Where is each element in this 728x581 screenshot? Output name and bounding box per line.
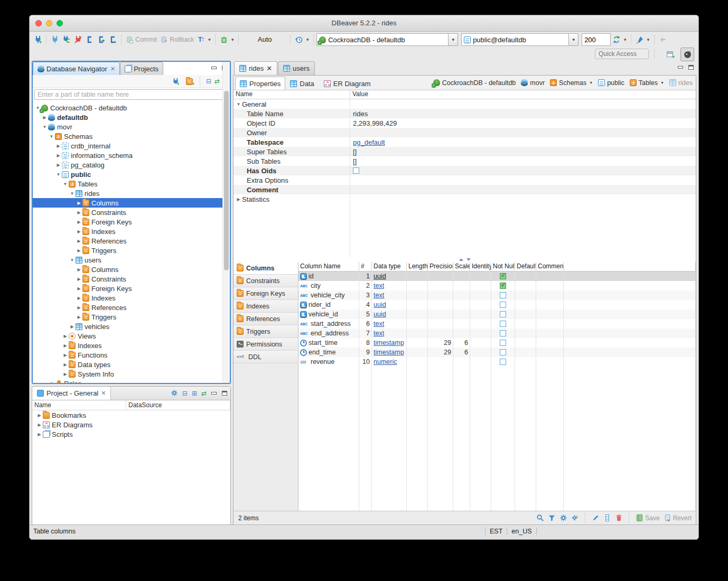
project-item-scripts[interactable]: ▶Scripts	[32, 429, 230, 439]
view-settings-button[interactable]	[571, 514, 579, 522]
expand-all-button[interactable]: ⊞	[192, 390, 197, 397]
new-connection-toolbar-button[interactable]: +	[170, 75, 181, 88]
expander-icon[interactable]: ▼	[55, 172, 62, 177]
debug-button[interactable]: ▼	[218, 33, 236, 46]
tree-item-references[interactable]: ▶References	[33, 303, 230, 312]
side-tab-foreign-keys[interactable]: Foreign Keys	[234, 287, 298, 300]
project-item-bookmarks[interactable]: ▶Bookmarks	[32, 410, 230, 420]
sash-up-icon[interactable]	[459, 258, 463, 261]
column-header-scale[interactable]: Scale	[453, 262, 470, 271]
back-button[interactable]	[657, 33, 669, 46]
dropdown-caret-icon[interactable]: ▼	[660, 81, 664, 85]
dbeaver-perspective-button[interactable]	[680, 48, 694, 61]
side-tab-references[interactable]: References	[234, 313, 298, 325]
tab-database-navigator[interactable]: Database Navigator ✕	[33, 62, 120, 75]
column-row-start-time[interactable]: start_time8timestamp296	[298, 338, 696, 348]
properties-header-name[interactable]: Name	[234, 90, 350, 99]
column-header-datasource[interactable]: DataSource	[126, 400, 230, 410]
transaction-mode-button[interactable]: T ▼	[195, 33, 213, 46]
tree-item-vehicles[interactable]: ▶vehicles	[33, 322, 230, 331]
new-sql-editor-button[interactable]: +	[107, 33, 119, 46]
not-null-checkbox[interactable]	[500, 273, 506, 279]
properties-header-value[interactable]: Value	[350, 90, 696, 99]
format-button[interactable]: ▼	[634, 33, 652, 46]
not-null-checkbox[interactable]	[500, 311, 506, 317]
dropdown-caret-icon[interactable]: ▼	[589, 81, 593, 85]
tab-project-general[interactable]: Project - General ✕	[32, 387, 111, 400]
tree-item-rides[interactable]: ▼rides	[33, 189, 230, 198]
expander-icon[interactable]: ▶	[76, 315, 82, 320]
tree-item-foreign-keys[interactable]: ▶Foreign Keys	[33, 284, 230, 293]
column-row-revenue[interactable]: 123revenue10numeric	[298, 357, 696, 367]
expander-icon[interactable]: ▼	[41, 125, 48, 129]
tree-item-constraints[interactable]: ▶Constraints	[33, 274, 230, 284]
reconnect-button[interactable]	[61, 33, 72, 46]
search-button[interactable]	[536, 514, 544, 522]
data-type-link[interactable]: uuid	[374, 311, 386, 318]
rollback-button[interactable]: Rollback	[158, 33, 195, 46]
column-row-start-address[interactable]: ABCstart_address6text	[298, 319, 696, 329]
column-header-column-name[interactable]: Column Name	[298, 262, 359, 271]
expander-icon[interactable]: ▶	[76, 267, 82, 272]
editor-tab-rides[interactable]: rides✕	[234, 61, 277, 75]
not-null-checkbox[interactable]	[500, 330, 506, 336]
expander-icon[interactable]: ▶	[62, 334, 69, 339]
collapse-all-button[interactable]: ⊟	[206, 78, 211, 85]
refresh-button[interactable]: ▼	[611, 33, 629, 46]
side-tab-constraints[interactable]: Constraints	[234, 275, 298, 287]
not-null-checkbox[interactable]	[500, 359, 506, 365]
expander-icon[interactable]: ▶	[55, 153, 62, 158]
schema-selector[interactable]: public@defaultdb ▼	[461, 33, 578, 46]
property-checkbox[interactable]	[353, 167, 359, 174]
column-header-precision[interactable]: Precision	[428, 262, 453, 271]
tree-item-constraints[interactable]: ▶Constraints	[33, 208, 230, 217]
tree-item-pg-catalog[interactable]: ▶pg_catalog	[33, 160, 230, 170]
tree-item-columns[interactable]: ▶Columns	[33, 265, 230, 274]
expander-icon[interactable]: ▼	[235, 102, 242, 107]
close-icon[interactable]: ✕	[266, 64, 272, 72]
edit-button[interactable]	[592, 514, 600, 522]
quick-access-input[interactable]	[595, 49, 649, 59]
configure-button[interactable]	[559, 514, 567, 522]
tree-item-indexes[interactable]: ▶Indexes	[33, 341, 230, 350]
not-null-checkbox[interactable]	[500, 292, 506, 298]
expander-icon[interactable]: ▶	[76, 220, 82, 224]
expander-icon[interactable]: ▶	[41, 115, 48, 120]
expander-icon[interactable]: ▼	[69, 258, 76, 263]
expander-icon[interactable]: ▶	[76, 286, 82, 291]
scrollbar-thumb[interactable]	[224, 91, 229, 270]
add-column-button[interactable]	[603, 514, 611, 522]
expander-icon[interactable]: ▼	[62, 182, 69, 186]
property-row-comment[interactable]: Comment	[234, 185, 696, 194]
splitter-sash[interactable]	[234, 257, 696, 262]
property-row-object-id[interactable]: Object ID2,293,998,429	[234, 118, 696, 128]
tree-item-triggers[interactable]: ▶Triggers	[33, 246, 230, 255]
tree-item-cockroachdb-defaultdb[interactable]: ▼CockroachDB - defaultdb	[33, 103, 230, 113]
zoom-window-button[interactable]	[57, 20, 63, 26]
expander-icon[interactable]: ▶	[76, 296, 82, 301]
expander-icon[interactable]: ▶	[36, 432, 43, 437]
timezone-indicator[interactable]: EST	[485, 528, 507, 535]
settings-gear-button[interactable]	[171, 389, 178, 398]
tree-item-indexes[interactable]: ▶Indexes	[33, 227, 230, 236]
new-folder-button[interactable]: +	[184, 75, 194, 88]
tree-item-schemas[interactable]: ▼Schemas	[33, 132, 230, 141]
commit-button[interactable]: Commit	[124, 33, 158, 46]
locale-indicator[interactable]: en_US	[507, 528, 536, 535]
maximize-editor-button[interactable]	[688, 64, 694, 70]
link-with-editor-button[interactable]: ⇄	[214, 78, 220, 85]
breadcrumb-item-tables[interactable]: Tables▼	[630, 79, 664, 87]
delete-button[interactable]	[615, 514, 623, 522]
tree-item-roles[interactable]: ▼Roles	[33, 379, 230, 383]
commit-mode-selector[interactable]: Auto	[241, 34, 288, 45]
subtab-data[interactable]: Data	[285, 77, 319, 90]
column-header-identity[interactable]: Identity	[470, 262, 491, 271]
disconnect-button[interactable]	[72, 33, 84, 46]
link-with-editor-button[interactable]: ⇄	[201, 390, 207, 397]
navigator-scrollbar[interactable]	[222, 62, 230, 383]
minimize-window-button[interactable]	[46, 20, 52, 26]
expander-icon[interactable]: ▶	[55, 163, 62, 167]
column-header-not-null[interactable]: Not Null	[491, 262, 515, 271]
fetch-size-input[interactable]	[582, 33, 611, 46]
expander-icon[interactable]: ▶	[76, 239, 82, 243]
